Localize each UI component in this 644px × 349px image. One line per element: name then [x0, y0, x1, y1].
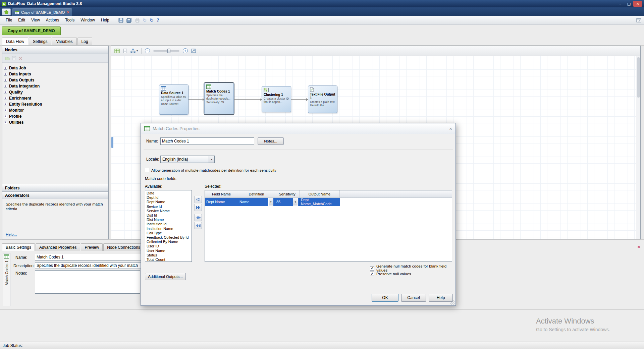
available-field-item[interactable]: Dept Id [145, 195, 192, 200]
multi-matchcode-checkbox[interactable] [145, 168, 149, 172]
definition-dropdown-icon[interactable]: ▾ [268, 198, 273, 206]
available-field-item[interactable]: Dist Id [145, 213, 192, 218]
bottom-panel-tab[interactable]: Preview [81, 243, 103, 251]
overview-icon[interactable] [114, 49, 120, 53]
move-left-button[interactable] [195, 214, 202, 221]
tree-item[interactable]: + Data Integration [4, 83, 107, 89]
move-right-button[interactable] [195, 196, 202, 203]
available-field-item[interactable]: Dept Name [145, 200, 192, 204]
float-panel-icon[interactable] [636, 18, 641, 22]
expand-icon[interactable]: + [4, 97, 7, 100]
available-field-item[interactable]: Institution Id [145, 222, 192, 226]
header-output-name[interactable]: Output Name [300, 190, 340, 197]
maximize-button[interactable]: □ [625, 1, 633, 7]
vertical-node-tab[interactable]: Match Codes 1 [3, 253, 10, 306]
refresh-icon[interactable]: ↻ [150, 17, 154, 23]
close-button[interactable]: × [633, 1, 642, 7]
menu-item[interactable]: Actions [43, 16, 62, 24]
menu-item[interactable]: Tools [62, 16, 77, 24]
menu-item[interactable]: Edit [15, 16, 28, 24]
accelerators-panel-header[interactable]: Accelerators [2, 192, 108, 199]
header-field-name[interactable]: Field Name [205, 190, 238, 197]
tree-item[interactable]: + Profile [4, 113, 107, 119]
expand-icon[interactable]: + [4, 85, 7, 88]
notes-button[interactable]: Notes... [258, 137, 284, 145]
tree-item[interactable]: + Data Outputs [4, 77, 107, 83]
expand-icon[interactable]: + [4, 79, 7, 82]
expand-icon[interactable]: + [4, 73, 7, 76]
canvas-vertical-scrollbar[interactable] [636, 56, 640, 239]
zoom-slider[interactable] [153, 50, 179, 52]
zoom-slider-thumb[interactable] [167, 49, 170, 53]
available-field-item[interactable]: Institution Name [145, 227, 192, 231]
folders-panel-header[interactable]: Folders [2, 184, 108, 192]
header-sensitivity[interactable]: Sensitivity [275, 190, 300, 197]
bottom-panel-tab[interactable]: Basic Settings [2, 243, 35, 251]
available-field-item[interactable]: Status [145, 253, 192, 257]
available-field-item[interactable]: Total Count [145, 257, 192, 262]
tree-item[interactable]: + Enrichment [4, 95, 107, 101]
available-field-item[interactable]: Date [145, 191, 192, 195]
expand-icon[interactable]: + [4, 67, 7, 70]
minimize-button[interactable]: – [616, 1, 625, 7]
menu-item[interactable]: File [3, 16, 15, 24]
ok-button[interactable]: OK [372, 294, 398, 302]
view-tab[interactable]: Settings [29, 38, 51, 45]
canvas-left-scrollbar-thumb[interactable] [111, 137, 113, 148]
bottom-panel-tab[interactable]: Advanced Properties [36, 243, 80, 251]
save-all-icon[interactable] [126, 18, 132, 23]
nodes-panel-header[interactable]: Nodes [2, 46, 108, 54]
node-data-source-1[interactable]: Data Source 1 Specifies a table as an in… [159, 84, 189, 115]
menu-item[interactable]: Window [77, 16, 98, 24]
auto-layout-button[interactable]: ▾ [130, 49, 138, 53]
expand-icon[interactable]: + [4, 103, 7, 106]
document-tab[interactable]: Copy of SAMPLE_DEMO × [12, 8, 72, 16]
fit-to-window-icon[interactable] [191, 49, 196, 53]
available-field-item[interactable]: Feedback Collected By Id [145, 235, 192, 240]
locale-dropdown[interactable]: English (India) ▾ [160, 156, 215, 163]
preserve-null-checkbox[interactable]: ✓ [370, 272, 374, 276]
cell-output-name[interactable]: Dept Name_MatchCode [300, 198, 340, 206]
available-field-item[interactable]: Service Name [145, 209, 192, 213]
bp-notes-textarea[interactable] [35, 270, 140, 294]
help-button[interactable]: Help [429, 294, 453, 302]
home-button[interactable] [2, 8, 11, 15]
tree-item[interactable]: + Quality [4, 89, 107, 95]
sensitivity-dropdown-icon[interactable]: ▾ [293, 198, 298, 206]
tree-item[interactable]: + Entity Resolution [4, 101, 107, 107]
additional-outputs-button[interactable]: Additional Outputs... [145, 273, 186, 280]
available-field-item[interactable]: Call Type [145, 231, 192, 235]
bottom-panel-tab[interactable]: Node Connections [103, 243, 144, 251]
tree-item[interactable]: + Utilities [4, 119, 107, 125]
expand-icon[interactable]: + [4, 115, 7, 118]
node-text-file-output-1[interactable]: Text File Output 1 Creates a plain-text … [308, 85, 337, 113]
cancel-button[interactable]: Cancel [401, 294, 426, 302]
zoom-out-icon[interactable]: − [145, 48, 150, 53]
null-codes-checkbox[interactable]: ✓ [370, 266, 374, 271]
help-link[interactable]: Help... [6, 232, 105, 236]
job-banner-tab[interactable]: Copy of SAMPLE_DEMO [2, 26, 61, 35]
move-all-left-button[interactable] [195, 222, 202, 229]
available-field-item[interactable]: User ID [145, 244, 192, 248]
dialog-close-icon[interactable]: × [449, 126, 452, 131]
dialog-resize-grip[interactable] [450, 300, 455, 305]
tree-item[interactable]: + Monitor [4, 107, 107, 113]
menu-item[interactable]: View [28, 16, 43, 24]
save-icon[interactable] [118, 18, 123, 23]
cell-field-name[interactable]: Dept Name [205, 198, 238, 206]
node-match-codes-1[interactable]: Match Codes 1 Specifies the duplicate re… [204, 83, 234, 114]
view-tab[interactable]: Data Flow [2, 38, 28, 45]
zoom-in-icon[interactable]: + [183, 48, 188, 53]
move-all-right-button[interactable] [195, 204, 202, 211]
tab-close-icon[interactable]: × [67, 10, 69, 15]
expand-icon[interactable]: + [4, 121, 7, 124]
table-row[interactable]: Dept Name Name▾ 85▾ Dept Name_MatchCode [205, 198, 452, 206]
expand-icon[interactable]: + [4, 91, 7, 94]
available-field-item[interactable]: Collected By Name [145, 240, 192, 244]
scrollbar-thumb[interactable] [637, 57, 640, 98]
panel-close-icon[interactable]: × [637, 244, 640, 249]
tree-item[interactable]: + Data Inputs [4, 71, 107, 77]
cell-sensitivity[interactable]: 85▾ [275, 198, 300, 206]
node-clustering-1[interactable]: Clustering 1 Creates a cluster ID that i… [262, 86, 291, 112]
page-setup-icon[interactable] [123, 49, 127, 53]
